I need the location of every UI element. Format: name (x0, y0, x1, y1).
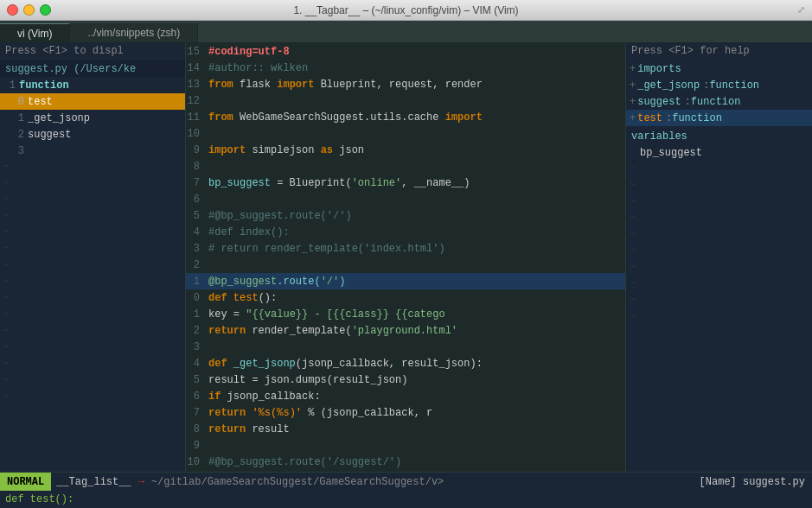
close-button[interactable] (7, 4, 18, 16)
taglist-header: Press <F1> to displ (0, 43, 185, 60)
panel-tagbar: Press <F1> for help + imports + _get_jso… (626, 43, 812, 472)
maximize-button[interactable] (40, 4, 51, 16)
cmdline-text: def test(): (5, 493, 74, 505)
code-line-9: 9 import simplejson as json (186, 142, 625, 158)
code-line-14: 14 #author:: wklken (186, 60, 625, 76)
code-line-10: 10 (186, 125, 625, 142)
code-line-7-return: 7 return '%s(%s)' % (jsonp_callback, r (186, 404, 625, 421)
code-line-5: 5 #@bp_suggest.route('/') (186, 207, 625, 224)
tagbar-item-suggest[interactable]: + suggest : function (626, 93, 812, 110)
code-line-13: 13 from flask import Blueprint, request,… (186, 76, 625, 92)
panel-taglist: Press <F1> to displ suggest.py (/Users/k… (0, 43, 186, 472)
taglist-empty-3: 3 (0, 143, 185, 159)
tagbar-item-test[interactable]: + test : function (626, 110, 812, 126)
code-line-6: 6 (186, 191, 625, 207)
taglist-item-get-jsonp[interactable]: 1 _get_jsonp (0, 110, 185, 126)
taglist-item-suggest[interactable]: 2 suggest (0, 126, 185, 143)
code-line-2: 2 (186, 257, 625, 273)
status-tag-label: __Tag_list__ (51, 476, 136, 488)
minimize-button[interactable] (23, 4, 35, 16)
window-title: 1. __Tagbar__ – (~/linux_config/vim) – V… (293, 4, 518, 16)
tab-vi-vim[interactable]: vi (Vim) (0, 23, 70, 42)
tagbar-section-variables: variables (626, 128, 812, 144)
tagbar-header: Press <F1> for help (626, 43, 812, 60)
code-line-6-if: 6 if jsonp_callback: (186, 388, 625, 404)
tabbar: vi (Vim) ../vim/snippets (zsh) (0, 21, 812, 43)
code-line-5-result: 5 result = json.dumps(result_json) (186, 371, 625, 388)
code-area: 15 #coding=utf-8 14 #author:: wklken 13 … (186, 43, 625, 472)
main-content: Press <F1> to displ suggest.py (/Users/k… (0, 43, 812, 472)
code-line-0-def-test: 0 def test(): (186, 289, 625, 306)
window-controls (7, 4, 51, 16)
tagbar-section-imports: + imports (626, 60, 812, 77)
code-line-4: 4 #def index(): (186, 224, 625, 240)
code-line-7: 7 bp_suggest = Blueprint('online', __nam… (186, 175, 625, 191)
status-arrow-icon: → (137, 476, 146, 488)
tilde-lines-left: ~ ~ ~ ~ ~ ~ ~ ~ ~ ~ ~ ~ ~ ~ ~ (0, 159, 185, 405)
code-line-12: 12 (186, 92, 625, 109)
code-line-1-decorator: 1 @bp_suggest.route('/') (186, 273, 625, 289)
code-line-11: 11 from WebGameSearchSuggest.utils.cache… (186, 109, 625, 125)
cmdline: def test(): (0, 491, 812, 508)
code-line-10-comment: 10 #@bp_suggest.route('/suggest/') (186, 454, 625, 470)
statusbar: NORMAL __Tag_list__ → ~/gitlab/GameSearc… (0, 472, 812, 491)
taglist-file-header: suggest.py (/Users/ke (0, 60, 185, 77)
tagbar-item-bp-suggest: bp_suggest (626, 144, 812, 161)
code-line-8-return: 8 return result (186, 421, 625, 437)
code-line-8: 8 (186, 158, 625, 175)
code-line-4-get-jsonp: 4 def _get_jsonp(jsonp_callback, result_… (186, 355, 625, 371)
tab-vim-snippets[interactable]: ../vim/snippets (zsh) (70, 23, 198, 42)
taglist-section-function: 1 function (0, 77, 185, 93)
code-line-1-key: 1 key = "{{value}} - [{{class}} {{catego (186, 306, 625, 322)
panel-editor[interactable]: 15 #coding=utf-8 14 #author:: wklken 13 … (186, 43, 626, 472)
titlebar: 1. __Tagbar__ – (~/linux_config/vim) – V… (0, 0, 812, 21)
status-path: ~/gitlab/GameSearchSuggest/GameSearchSug… (146, 476, 693, 488)
code-line-3-empty: 3 (186, 339, 625, 355)
status-filename: [Name] suggest.py (693, 476, 812, 488)
code-line-9-empty: 9 (186, 437, 625, 454)
tilde-lines-right: ~ ~ ~ ~ ~ ~ ~ ~ ~ ~ (626, 161, 812, 325)
code-line-15: 15 #coding=utf-8 (186, 43, 625, 60)
code-line-2-return: 2 return render_template('playground.htm… (186, 322, 625, 339)
code-line-3: 3 # return render_template('index.html') (186, 240, 625, 257)
status-mode: NORMAL (0, 473, 51, 491)
resize-icon: ⤢ (797, 4, 805, 16)
tagbar-item-get-jsonp[interactable]: + _get_jsonp : function (626, 77, 812, 93)
taglist-item-test[interactable]: 0 test (0, 93, 185, 110)
